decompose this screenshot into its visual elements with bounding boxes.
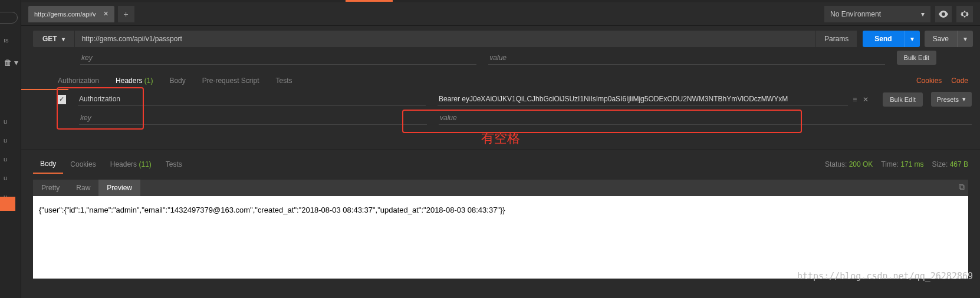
view-raw[interactable]: Raw	[68, 180, 98, 196]
environment-label: No Environment	[830, 10, 881, 18]
tab-authorization[interactable]: Authorization	[57, 73, 100, 88]
code-link[interactable]: Code	[951, 77, 968, 85]
top-accent	[346, 0, 393, 2]
send-button[interactable]: Send	[863, 31, 903, 47]
send-dropdown[interactable]: ▾	[904, 31, 920, 47]
chevron-down-icon: ▾	[62, 36, 65, 42]
header-row: ✓ Authorization Bearer eyJ0eXAiOiJKV1QiL…	[21, 88, 980, 110]
bulk-edit-button[interactable]: Bulk Edit	[897, 51, 936, 65]
tab-tests[interactable]: Tests	[274, 73, 293, 88]
header-key-placeholder[interactable]: key	[79, 111, 427, 125]
url-value: http://gems.com/api/v1/passport	[82, 35, 182, 43]
chevron-down-icon: ▾	[963, 35, 967, 43]
sidebar-pill	[0, 12, 18, 24]
trash-icon[interactable]: 🗑 ▾	[4, 58, 18, 67]
top-strip	[21, 0, 980, 2]
new-tab-button[interactable]: +	[118, 6, 134, 22]
chevron-down-icon: ▾	[962, 95, 966, 103]
query-param-row-placeholder: key value Bulk Edit	[21, 47, 980, 68]
param-key-input[interactable]: key	[80, 51, 476, 65]
settings-gear-icon[interactable]	[956, 6, 973, 22]
sidebar-text-frag: ıs	[4, 37, 9, 44]
request-bar: GET ▾ http://gems.com/api/v1/passport Pa…	[21, 26, 980, 47]
sidebar-glyphs: uuuuu	[4, 118, 7, 200]
tab-body[interactable]: Body	[168, 73, 186, 88]
header-value-placeholder[interactable]: value	[439, 111, 972, 125]
resp-tab-headers[interactable]: Headers (11)	[103, 155, 159, 173]
url-input[interactable]: http://gems.com/api/v1/passport	[74, 31, 815, 47]
method-label: GET	[42, 35, 57, 43]
cookies-link[interactable]: Cookies	[916, 77, 942, 85]
header-checkbox[interactable]: ✓	[57, 95, 66, 104]
params-button[interactable]: Params	[815, 31, 857, 47]
copy-icon[interactable]: ⧉	[959, 182, 965, 192]
header-placeholder-row: key value	[21, 110, 980, 128]
save-dropdown[interactable]: ▾	[957, 31, 973, 47]
chevron-down-icon: ▾	[910, 35, 914, 43]
request-tab[interactable]: http://gems.com/api/v ✕	[28, 6, 114, 22]
response-meta: Status: 200 OK Time: 171 ms Size: 467 B	[825, 160, 968, 168]
method-dropdown[interactable]: GET ▾	[33, 31, 74, 47]
resp-tab-tests[interactable]: Tests	[159, 155, 189, 173]
watermark: https://blog.csdn.net/qq_26282869	[797, 271, 973, 282]
environment-preview-icon[interactable]	[935, 6, 952, 22]
view-pretty[interactable]: Pretty	[33, 180, 68, 196]
main-panel: http://gems.com/api/v ✕ + No Environment…	[21, 0, 980, 298]
top-bar: http://gems.com/api/v ✕ + No Environment…	[21, 2, 980, 26]
resp-tab-body[interactable]: Body	[33, 155, 63, 174]
row-menu-icon[interactable]: ≡	[853, 95, 857, 104]
tab-headers[interactable]: Headers (1)	[114, 73, 154, 88]
save-button[interactable]: Save	[925, 31, 957, 47]
header-key-input[interactable]: Authorization	[78, 92, 426, 106]
close-icon[interactable]: ✕	[103, 10, 108, 18]
annotation-text: 有空格	[21, 128, 980, 150]
response-body: {"user":{"id":1,"name":"admin","email":"…	[33, 196, 968, 279]
request-section-tabs: Authorization Headers (1) Body Pre-reque…	[21, 68, 980, 88]
view-preview[interactable]: Preview	[98, 180, 140, 196]
response-body-text: {"user":{"id":1,"name":"admin","email":"…	[39, 206, 505, 214]
resp-tab-cookies[interactable]: Cookies	[63, 155, 103, 173]
tab-prerequest[interactable]: Pre-request Script	[201, 73, 261, 88]
sidebar-active-marker	[0, 197, 15, 211]
bulk-edit-button[interactable]: Bulk Edit	[883, 92, 922, 107]
environment-dropdown[interactable]: No Environment ▾	[824, 6, 930, 22]
chevron-down-icon: ▾	[921, 10, 925, 18]
row-delete-icon[interactable]: ✕	[863, 95, 869, 104]
param-value-input[interactable]: value	[488, 51, 884, 65]
header-value-input[interactable]: Bearer eyJ0eXAiOiJKV1QiLCJhbGciOiJSUzI1N…	[438, 92, 848, 106]
presets-dropdown[interactable]: Presets ▾	[931, 92, 972, 107]
response-tabs: Body Cookies Headers (11) Tests Status: …	[21, 150, 980, 174]
collapsed-sidebar: ıs 🗑 ▾ uuuuu	[0, 0, 21, 298]
response-view-tabs: Pretty Raw Preview ⧉	[33, 180, 968, 196]
request-tab-label: http://gems.com/api/v	[34, 11, 96, 18]
